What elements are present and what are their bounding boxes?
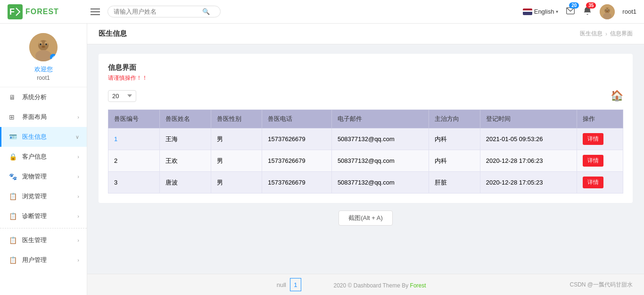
cell-specialty: 肝脏 <box>429 172 480 194</box>
arrow-icon-pet: › <box>77 174 79 179</box>
cell-phone: 15737626679 <box>262 128 332 150</box>
content-body: 信息界面 请谨慎操作！！ 20 50 100 🏠 兽医编号 兽医姓名 <box>87 44 644 274</box>
col-name: 兽医姓名 <box>159 110 211 128</box>
cell-action: 详情 <box>577 128 623 150</box>
page-size-select[interactable]: 20 50 100 <box>108 90 136 102</box>
cell-gender: 男 <box>211 128 262 150</box>
cell-name: 王海 <box>159 128 211 150</box>
breadcrumb: 医生信息 › 信息界面 <box>580 30 633 38</box>
table-row: 2 王欢 男 15737626679 508377132@qq.com 内科 2… <box>108 150 623 172</box>
main-card: 信息界面 请谨慎操作！！ 20 50 100 🏠 兽医编号 兽医姓名 <box>99 54 633 203</box>
mail-button[interactable]: 20 <box>566 6 575 17</box>
language-selector[interactable]: English ▾ <box>523 8 559 15</box>
pagination-page-1[interactable]: 1 <box>290 278 301 291</box>
table-body: 1 王海 男 15737626679 508377132@qq.com 内科 2… <box>108 128 623 194</box>
svg-point-7 <box>605 9 606 10</box>
topnav: F FOREST 🔍 English ▾ 20 35 <box>0 0 644 24</box>
detail-btn-2[interactable]: 详情 <box>583 155 603 167</box>
cell-gender: 男 <box>211 172 262 194</box>
footer-link[interactable]: Forest <box>410 282 426 289</box>
footer-copyright: 2020 © Dashboard Theme By <box>334 282 409 289</box>
chevron-down-icon: ▾ <box>556 9 558 14</box>
search-input[interactable] <box>114 8 198 15</box>
footer-watermark: CSDN @一瓢代码甘甜水 <box>570 281 633 289</box>
cell-specialty: 内科 <box>429 150 480 172</box>
cell-email: 508377132@qq.com <box>331 172 429 194</box>
sidebar-item-doctor[interactable]: 🪪 医生信息 ∨ <box>0 127 87 147</box>
home-icon[interactable]: 🏠 <box>611 90 623 102</box>
hamburger-button[interactable] <box>89 7 102 17</box>
search-box: 🔍 <box>107 6 221 17</box>
cell-action: 详情 <box>577 172 623 194</box>
card-subtitle: 请谨慎操作！！ <box>108 74 623 82</box>
row-link-1[interactable]: 1 <box>114 135 117 143</box>
sidebar: ✓ 欢迎您 root1 🖥 系统分析 ⊞ 界面布局 › 🪪 医生信息 ∨ 🔒 <box>0 24 87 295</box>
arrow-icon: › <box>77 114 79 120</box>
cell-id: 1 <box>108 128 160 150</box>
footer: null 1 2020 © Dashboard Theme By Forest … <box>87 274 644 295</box>
cell-name: 王欢 <box>159 150 211 172</box>
cell-email: 508377132@qq.com <box>331 128 429 150</box>
col-specialty: 主治方向 <box>429 110 480 128</box>
data-table: 兽医编号 兽医姓名 兽医性别 兽医电话 电子邮件 主治方向 登记时间 操作 1 <box>108 110 623 194</box>
col-id: 兽医编号 <box>108 110 160 128</box>
col-gender: 兽医性别 <box>211 110 262 128</box>
search-icon[interactable]: 🔍 <box>202 8 210 15</box>
cell-name: 唐波 <box>159 172 211 194</box>
svg-point-17 <box>42 46 45 48</box>
arrow-icon-customer: › <box>77 154 79 160</box>
profile-welcome: 欢迎您 <box>34 65 53 74</box>
table-row: 3 唐波 男 15737626679 508377132@qq.com 肝脏 2… <box>108 172 623 194</box>
cell-id: 3 <box>108 172 160 194</box>
screenshot-button[interactable]: 截图(Alt + A) <box>339 211 393 226</box>
content-area: 医生信息 医生信息 › 信息界面 信息界面 请谨慎操作！！ 20 50 100 … <box>87 24 644 295</box>
content-header: 医生信息 医生信息 › 信息界面 <box>87 24 644 44</box>
avatar[interactable] <box>600 4 615 19</box>
col-time: 登记时间 <box>480 110 577 128</box>
svg-point-15 <box>40 43 41 45</box>
diagnose-icon: 📋 <box>9 212 18 220</box>
detail-btn-1[interactable]: 详情 <box>583 133 603 145</box>
svg-point-16 <box>45 43 47 45</box>
arrow-icon-diagnose: › <box>77 213 79 219</box>
arrow-icon-user-mgmt: › <box>77 257 79 263</box>
cell-specialty: 内科 <box>429 128 480 150</box>
detail-btn-3[interactable]: 详情 <box>583 177 603 188</box>
language-label: English <box>534 8 554 15</box>
logo: F FOREST <box>8 4 83 19</box>
user-profile: ✓ 欢迎您 root1 <box>0 24 87 87</box>
menu-divider <box>0 228 87 228</box>
check-icon: ✓ <box>50 54 57 60</box>
breadcrumb-item-1: 医生信息 <box>580 30 603 38</box>
sidebar-item-diagnose[interactable]: 📋 诊断管理 › <box>0 206 87 226</box>
cell-id: 2 <box>108 150 160 172</box>
cell-phone: 15737626679 <box>262 172 332 194</box>
lock-icon: 🔒 <box>9 153 18 160</box>
cell-time: 2020-12-28 17:06:23 <box>480 150 577 172</box>
notification-button[interactable]: 35 <box>583 6 592 17</box>
svg-point-9 <box>606 10 608 11</box>
id-card-icon: 🪪 <box>9 133 18 141</box>
arrow-icon-active: ∨ <box>75 134 79 140</box>
sidebar-item-user-mgmt[interactable]: 📋 用户管理 › <box>0 250 87 270</box>
doctor-mgmt-icon: 📋 <box>9 236 18 244</box>
notification-badge: 35 <box>586 2 596 8</box>
username-label: root1 <box>622 8 636 15</box>
sidebar-item-customer[interactable]: 🔒 客户信息 › <box>0 147 87 167</box>
svg-point-8 <box>608 9 609 10</box>
sidebar-item-layout[interactable]: ⊞ 界面布局 › <box>0 107 87 127</box>
user-mgmt-icon: 📋 <box>9 256 18 264</box>
logo-icon: F <box>8 4 23 19</box>
nav-right: English ▾ 20 35 root1 <box>523 4 636 19</box>
col-phone: 兽医电话 <box>262 110 332 128</box>
cell-time: 2020-12-28 17:05:23 <box>480 172 577 194</box>
mail-badge: 20 <box>569 2 579 8</box>
sidebar-item-doctor-mgmt[interactable]: 📋 医生管理 › <box>0 230 87 250</box>
table-header: 兽医编号 兽医姓名 兽医性别 兽医电话 电子邮件 主治方向 登记时间 操作 <box>108 110 623 128</box>
pagination-null: null <box>277 281 286 288</box>
sidebar-item-browse[interactable]: 📋 浏览管理 › <box>0 186 87 206</box>
profile-username: root1 <box>37 75 50 81</box>
sidebar-item-system[interactable]: 🖥 系统分析 <box>0 87 87 107</box>
sidebar-item-pet[interactable]: 🐾 宠物管理 › <box>0 167 87 186</box>
card-title: 信息界面 <box>108 63 623 72</box>
